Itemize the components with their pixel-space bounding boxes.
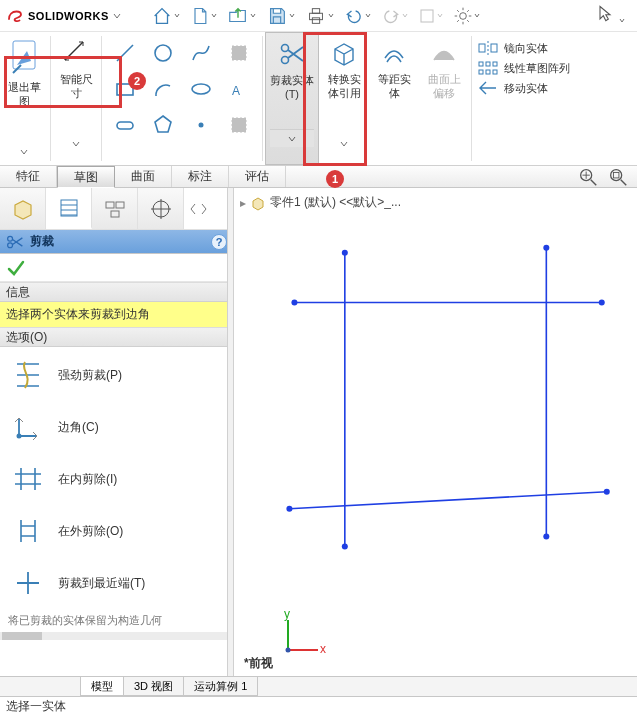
undo-button[interactable] — [344, 6, 371, 26]
print-icon — [305, 5, 327, 27]
sketch-tool-placeholder-2[interactable] — [224, 110, 254, 140]
graphics-viewport[interactable]: ▸ 零件1 (默认) <<默认>_... x y 前 — [234, 188, 637, 676]
property-manager-tab[interactable] — [46, 188, 92, 229]
trim-entities-button[interactable]: 剪裁实体(T) — [265, 32, 319, 165]
new-document-icon — [190, 5, 210, 27]
chevron-down-icon[interactable] — [20, 148, 28, 156]
offset-on-surface-button[interactable]: 曲面上偏移 — [419, 32, 469, 165]
chevron-down-icon — [474, 13, 480, 19]
tab-annotate[interactable]: 标注 — [172, 166, 229, 187]
convert-entities-label: 转换实体引用 — [323, 72, 365, 100]
dimxpert-manager-tab[interactable] — [138, 188, 184, 229]
sketch-tools-grid: A — [104, 32, 260, 165]
slot-tool[interactable] — [110, 110, 140, 140]
brand-dropdown-icon[interactable] — [113, 12, 121, 20]
power-trim-icon — [13, 360, 43, 390]
trim-inside-icon — [13, 464, 43, 494]
slot-icon — [114, 114, 136, 136]
chevron-down-icon[interactable] — [72, 140, 80, 148]
chevron-down-icon — [619, 18, 625, 24]
offset-entities-button[interactable]: 等距实体 — [369, 32, 419, 165]
svg-point-42 — [342, 544, 348, 550]
option-trim-inside[interactable]: 在内剪除(I) — [0, 453, 233, 505]
offset-on-surface-label: 曲面上偏移 — [423, 72, 465, 100]
svg-rect-36 — [23, 476, 33, 482]
chevron-down-icon[interactable] — [340, 140, 348, 148]
property-manager-icon — [57, 196, 81, 220]
spline-icon — [190, 42, 212, 64]
circle-tool[interactable] — [148, 38, 178, 68]
view-triad[interactable]: x y — [278, 610, 328, 660]
svg-rect-5 — [13, 41, 35, 69]
text-tool[interactable]: A — [224, 74, 254, 104]
redo-button[interactable] — [381, 6, 408, 26]
convert-entities-button[interactable]: 转换实体引用 — [319, 32, 369, 165]
feature-manager-tab[interactable] — [0, 188, 46, 229]
mirror-entities-button[interactable]: 镜向实体 — [478, 40, 570, 56]
options-button[interactable] — [453, 6, 480, 26]
arc-tool[interactable] — [148, 74, 178, 104]
trim-nearest-icon — [13, 568, 43, 598]
panel-scrollbar[interactable] — [0, 632, 233, 640]
option-trim-outside[interactable]: 在外剪除(O) — [0, 505, 233, 557]
svg-point-41 — [342, 250, 348, 256]
doctab-3dview[interactable]: 3D 视图 — [123, 677, 184, 696]
dotted-box-icon — [228, 42, 250, 64]
svg-rect-17 — [479, 44, 485, 52]
configuration-manager-tab[interactable] — [92, 188, 138, 229]
svg-point-43 — [543, 245, 549, 251]
move-entities-button[interactable]: 移动实体 — [478, 80, 570, 96]
tab-features[interactable]: 特征 — [0, 166, 57, 187]
manager-nav-arrows — [188, 202, 209, 216]
document-tabs: 模型 3D 视图 运动算例 1 — [0, 676, 637, 696]
line-tool[interactable] — [110, 38, 140, 68]
svg-point-35 — [17, 434, 22, 439]
home-button[interactable] — [151, 5, 180, 27]
svg-point-34 — [8, 242, 13, 247]
corner-trim-icon — [13, 412, 43, 442]
svg-rect-24 — [493, 70, 497, 74]
svg-point-45 — [291, 300, 297, 306]
sketch-tool-placeholder-1[interactable] — [224, 38, 254, 68]
option-trim-nearest[interactable]: 剪裁到最近端(T) — [0, 557, 233, 609]
exit-sketch-button[interactable]: 退出草图 — [0, 32, 48, 165]
ellipse-tool[interactable] — [186, 74, 216, 104]
chevron-right-icon[interactable] — [199, 202, 209, 216]
save-button[interactable] — [266, 5, 295, 27]
tab-surface[interactable]: 曲面 — [115, 166, 172, 187]
pane-divider[interactable] — [227, 188, 234, 676]
pattern-icon — [478, 60, 498, 76]
rebuild-button[interactable] — [418, 7, 443, 25]
linear-pattern-button[interactable]: 线性草图阵列 — [478, 60, 570, 76]
zoom-area-icon[interactable] — [607, 166, 629, 188]
help-button[interactable]: ? — [211, 234, 227, 250]
print-button[interactable] — [305, 5, 334, 27]
svg-rect-20 — [486, 62, 490, 66]
chevron-down-icon[interactable] — [288, 135, 296, 143]
svg-rect-7 — [232, 46, 246, 60]
zoom-to-fit-icon[interactable] — [577, 166, 599, 188]
point-tool[interactable] — [186, 110, 216, 140]
option-corner[interactable]: 边角(C) — [0, 401, 233, 453]
select-tool-button[interactable] — [595, 4, 625, 27]
option-trim-nearest-label: 剪裁到最近端(T) — [58, 575, 145, 592]
open-button[interactable] — [227, 5, 256, 27]
tab-sketch[interactable]: 草图 — [57, 166, 115, 188]
new-button[interactable] — [190, 5, 217, 27]
polygon-tool[interactable] — [148, 110, 178, 140]
chevron-down-icon — [174, 13, 180, 19]
view-orientation-label: 前视 — [244, 655, 273, 672]
spline-tool[interactable] — [186, 38, 216, 68]
doctab-motion[interactable]: 运动算例 1 — [183, 677, 258, 696]
smart-dimension-button[interactable]: 智能尺寸 — [53, 32, 99, 165]
ok-check-icon[interactable] — [6, 258, 26, 278]
option-power-trim[interactable]: 强劲剪裁(P) — [0, 349, 233, 401]
svg-point-53 — [286, 648, 291, 653]
chevron-left-icon[interactable] — [188, 202, 198, 216]
tab-evaluate[interactable]: 评估 — [229, 166, 286, 187]
brand: SOLIDWORKS — [6, 7, 125, 25]
svg-point-9 — [192, 84, 210, 94]
redo-icon — [381, 6, 401, 26]
doctab-model[interactable]: 模型 — [80, 677, 124, 696]
scissors-icon — [277, 39, 307, 69]
